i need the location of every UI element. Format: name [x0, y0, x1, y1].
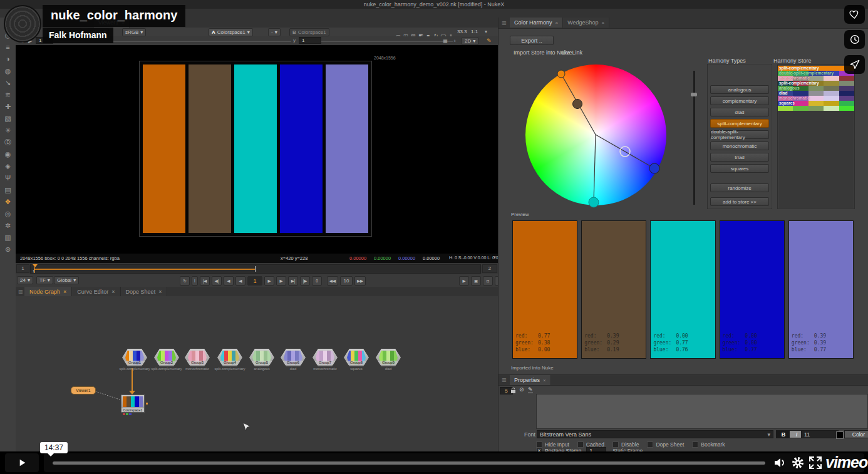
no-entry-icon[interactable]: ⊘	[519, 386, 524, 393]
target-icon[interactable]: ⊛	[0, 244, 16, 255]
pane-grip-icon[interactable]: ▥	[500, 377, 508, 383]
font-size-field[interactable]: 11	[801, 430, 839, 438]
harmony-type-squares[interactable]: squares	[710, 164, 769, 173]
gamma-field[interactable]: 1	[299, 37, 321, 44]
safe-zones-icon[interactable]: ▦	[442, 38, 449, 44]
frame-forward-button[interactable]: ▶	[276, 276, 286, 286]
value-slider[interactable]	[693, 71, 695, 205]
checkbox-icon[interactable]	[647, 441, 653, 448]
node-graph[interactable]: Group1split-complementaryGroup2split-com…	[16, 296, 498, 474]
close-icon[interactable]: ×	[111, 289, 115, 295]
tf-dropdown[interactable]: TF▾	[36, 276, 53, 284]
status-menu-icon[interactable]: ▼	[493, 255, 497, 259]
export-button[interactable]: Export ..	[510, 36, 554, 45]
store-row[interactable]: diad	[778, 91, 854, 96]
randomize-button[interactable]: randomize	[710, 183, 769, 192]
range-end-field[interactable]: 2	[482, 264, 497, 273]
render-box-icon[interactable]: ▥	[0, 232, 16, 244]
tab-properties[interactable]: Properties ×	[510, 375, 551, 385]
timeline-track[interactable]: 1	[30, 264, 481, 274]
tracker-icon[interactable]: +	[451, 38, 458, 44]
skip-forward-button[interactable]: ▶▶	[354, 276, 366, 286]
particles-icon[interactable]: ✳	[0, 125, 16, 137]
marker-button[interactable]: I	[192, 276, 198, 286]
tab-wedgeshop[interactable]: WedgeShop×	[563, 18, 609, 28]
wipe-a-dropdown[interactable]: A Colorspace1 ▾	[209, 28, 253, 36]
frame-increment-field[interactable]: 10	[340, 276, 353, 286]
play-button[interactable]: ▶	[264, 276, 274, 286]
settings-button[interactable]	[790, 455, 805, 473]
pane-grip-icon[interactable]: ▥	[17, 289, 24, 294]
views-icon[interactable]: ◉	[0, 148, 16, 160]
next-keyframe-button[interactable]: ▶|	[288, 276, 298, 286]
zero-button[interactable]: 0	[312, 276, 322, 286]
close-icon[interactable]: ×	[555, 20, 559, 26]
wipe-b-dropdown[interactable]: B Colorspace1	[289, 28, 329, 36]
group-node[interactable]: Group1	[122, 349, 147, 366]
tab-color-harmony[interactable]: Color Harmony×	[510, 18, 563, 28]
color-wheel[interactable]	[525, 64, 666, 205]
fps-dropdown[interactable]: 24▾	[17, 276, 33, 284]
chevron-down-icon[interactable]: ▾	[482, 29, 490, 34]
harmony-type-analogous[interactable]: analogous	[710, 85, 769, 94]
render-icon[interactable]: ▣	[471, 276, 481, 286]
tab-dope-sheet[interactable]: Dope Sheet×	[121, 287, 168, 296]
group-node[interactable]: Group2	[154, 349, 179, 366]
livelink-button[interactable]: LiveLink	[562, 49, 582, 56]
watch-later-button[interactable]	[844, 30, 865, 49]
group-node[interactable]: Group3	[185, 349, 210, 366]
store-row[interactable]	[778, 106, 854, 111]
play-backward-button[interactable]: ◀	[235, 276, 245, 286]
zoom-level[interactable]: 33.3	[457, 29, 467, 34]
edit-pencil-icon[interactable]: ✎	[528, 386, 533, 393]
color-swatch[interactable]	[836, 431, 844, 439]
video-author-overlay[interactable]: Falk Hofmann	[43, 28, 113, 43]
fullscreen-button[interactable]	[808, 455, 823, 473]
close-icon[interactable]: ×	[63, 289, 66, 295]
loop-button[interactable]: ↻	[180, 276, 190, 286]
harmony-type-split-complementary[interactable]: split-complementary	[710, 119, 769, 128]
tab-curve-editor[interactable]: Curve Editor×	[72, 287, 120, 296]
store-row[interactable]: split-complementary	[778, 66, 854, 71]
harmony-type-monochromatic[interactable]: monochromatic	[710, 142, 769, 150]
close-icon[interactable]: ×	[602, 20, 605, 26]
viewer-node[interactable]: Viewer1	[71, 386, 96, 394]
color-button[interactable]: Color	[844, 430, 868, 438]
store-row[interactable]: monochromatic	[778, 76, 854, 81]
colorspace-node[interactable]: Colorspace1	[121, 394, 145, 413]
range-mode-dropdown[interactable]: Global▾	[54, 276, 79, 284]
skip-back-button[interactable]: ◀◀	[327, 276, 338, 286]
text-message-field[interactable]	[536, 394, 868, 429]
frame-back-button[interactable]: ◀	[224, 276, 234, 286]
group-node[interactable]: Group5	[249, 349, 274, 366]
viewer-lut-dropdown[interactable]: sRGB▾	[122, 28, 146, 36]
checkbox-bookmark[interactable]: Bookmark	[692, 441, 725, 448]
group-node[interactable]: Group7	[313, 349, 338, 366]
wipe-op-dropdown[interactable]: -▾	[268, 28, 281, 36]
filter-icon[interactable]: ◍	[0, 65, 16, 77]
first-frame-button[interactable]: |◀	[200, 276, 210, 286]
pane-grip-icon[interactable]: ▥	[500, 20, 508, 26]
video-title-overlay[interactable]: nuke_color_harmony	[43, 5, 185, 27]
store-row[interactable]: analogous	[778, 86, 854, 91]
harmony-type-diad[interactable]: diad	[710, 108, 769, 116]
harmony-type-double-split-complementary[interactable]: double-split-complementary	[710, 130, 769, 139]
group-node[interactable]: Group9	[376, 349, 401, 366]
annotate-pencil-icon[interactable]: ✎	[487, 38, 492, 44]
store-row[interactable]: split-complementary	[778, 81, 854, 86]
harmony-type-complementary[interactable]: complementary	[710, 96, 769, 105]
channel-icon[interactable]: ≡	[0, 41, 16, 53]
checkbox-dope-sheet[interactable]: Dope Sheet	[647, 441, 684, 448]
tab-node-graph[interactable]: Node Graph×	[24, 287, 72, 296]
metadata-icon[interactable]: ◈	[0, 160, 16, 172]
other-icon[interactable]: ▤	[0, 184, 16, 196]
flipbook-icon[interactable]: ▶	[459, 276, 469, 286]
vimeo-logo[interactable]: vimeo	[825, 453, 867, 471]
prev-keyframe-button[interactable]: ◀|	[212, 276, 222, 286]
keyer-icon[interactable]: ↘	[0, 77, 16, 89]
range-start-field[interactable]: 1	[16, 264, 29, 273]
like-button[interactable]	[844, 5, 865, 24]
3d-icon[interactable]: ▧	[0, 113, 16, 125]
progress-bar[interactable]	[53, 461, 765, 465]
deep-icon[interactable]: Ⓓ	[0, 137, 16, 148]
